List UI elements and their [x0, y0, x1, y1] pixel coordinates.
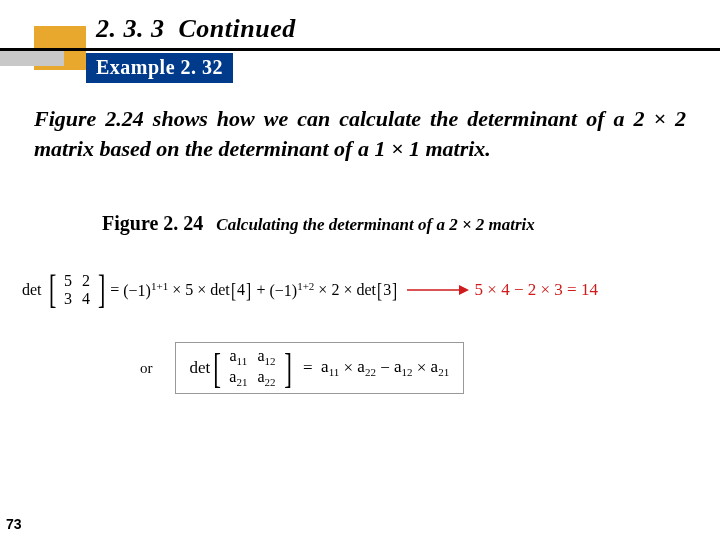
matrix-general: [ a11 a21 a12 a22 ]	[210, 347, 294, 389]
lb-g-icon: [	[213, 348, 221, 388]
rb2-icon: ]	[392, 270, 397, 310]
minor-1: [ 4 ]	[230, 270, 253, 310]
det3: det	[356, 281, 376, 299]
minor-2: [ 3 ]	[376, 270, 399, 310]
minor2-val: 3	[383, 281, 391, 299]
figure-label: Figure 2. 24	[102, 212, 203, 234]
general-formula-row: or det [ a11 a21 a12 a22 ] = a11 × a22 −…	[140, 340, 580, 396]
figure-description: Calculating the determinant of a 2 × 2 m…	[216, 215, 535, 234]
five: 5	[185, 281, 193, 299]
svg-marker-1	[459, 285, 469, 295]
times-g2: ×	[417, 358, 427, 378]
section-word: Continued	[179, 14, 296, 43]
det-label: det	[22, 281, 42, 299]
equals-1: =	[110, 281, 119, 299]
term-2: (−1)1+2 × 2 × det [ 3 ]	[269, 270, 398, 310]
eq-g: =	[303, 358, 313, 378]
neg1-base: (−1)	[123, 282, 151, 299]
right-bracket-icon: ]	[98, 270, 105, 310]
r-a21: a21	[431, 357, 450, 378]
a22: a22	[257, 368, 275, 389]
left-bracket-icon: [	[49, 270, 56, 310]
det-g: det	[190, 358, 211, 378]
boxed-formula: det [ a11 a21 a12 a22 ] = a11 × a22 − a1…	[175, 342, 465, 394]
section-title: 2. 3. 3Continued	[96, 14, 296, 44]
times-g1: ×	[343, 358, 353, 378]
figure-caption: Figure 2. 24 Calculating the determinant…	[102, 212, 535, 235]
a21: a21	[229, 368, 247, 389]
neg2-base: (−1)	[269, 282, 297, 299]
or-label: or	[140, 360, 153, 377]
plus: +	[256, 281, 265, 299]
times-1: ×	[172, 281, 181, 299]
example-label: Example 2. 32	[96, 56, 223, 78]
a11: a11	[229, 347, 247, 368]
lb2-icon: [	[377, 270, 382, 310]
neg2-exp: 1+2	[297, 280, 314, 292]
title-underline	[0, 48, 720, 51]
two: 2	[331, 281, 339, 299]
rb-g-icon: ]	[284, 348, 292, 388]
matrix-2x2: [ 5 3 2 4 ]	[46, 270, 109, 310]
gcol1: a11 a21	[224, 347, 252, 389]
gcol2: a12 a22	[252, 347, 280, 389]
m01: 2	[82, 272, 90, 290]
m10: 3	[64, 290, 72, 308]
det2: det	[210, 281, 230, 299]
r-a12: a12	[394, 357, 413, 378]
times-2: ×	[197, 281, 206, 299]
arrow-right-icon	[407, 283, 469, 297]
matrix-col1: 5 3	[59, 272, 77, 309]
accent-gray-strip	[0, 51, 64, 66]
r-a11: a11	[321, 357, 339, 378]
m11: 4	[82, 290, 90, 308]
lb1-icon: [	[231, 270, 236, 310]
example-badge: Example 2. 32	[86, 53, 233, 83]
m00: 5	[64, 272, 72, 290]
minus-g: −	[380, 358, 390, 378]
times-3: ×	[318, 281, 327, 299]
matrix-col2: 2 4	[77, 272, 95, 309]
equation-result: 5 × 4 − 2 × 3 = 14	[475, 280, 598, 300]
term-1: (−1)1+1 × 5 × det [ 4 ]	[123, 270, 252, 310]
r-a22: a22	[357, 357, 376, 378]
minor1-val: 4	[237, 281, 245, 299]
rb1-icon: ]	[246, 270, 251, 310]
page-number: 73	[6, 516, 22, 532]
times-4: ×	[343, 281, 352, 299]
a12: a12	[257, 347, 275, 368]
equation-expansion: det [ 5 3 2 4 ] = (−1)1+1 × 5 × det [ 4 …	[22, 260, 702, 320]
section-number: 2. 3. 3	[96, 14, 165, 43]
neg1-exp: 1+1	[151, 280, 168, 292]
body-paragraph: Figure 2.24 shows how we can calculate t…	[34, 104, 686, 163]
